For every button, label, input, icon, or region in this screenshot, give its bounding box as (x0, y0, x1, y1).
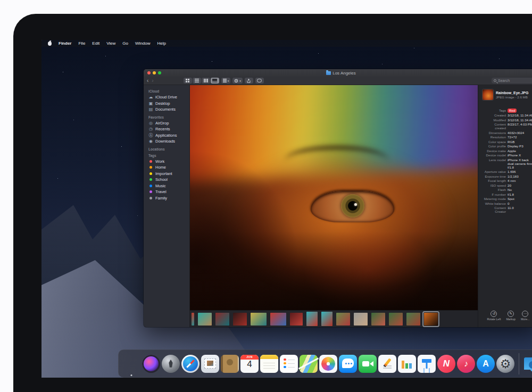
photo-thumbnail[interactable] (290, 313, 303, 326)
metadata-table: Tags Red Created 3/12/18, 11:34 AM Modif… (483, 109, 532, 213)
photo-thumbnail[interactable] (198, 313, 212, 326)
sidebar-item[interactable]: ◷ Recents (148, 126, 189, 132)
dock-app-icon[interactable] (359, 355, 377, 373)
quick-action-button[interactable]: ⋯ More... (521, 311, 529, 326)
menu-bar-item[interactable]: Edit (92, 41, 99, 46)
dock-app-icon[interactable] (378, 355, 396, 373)
sidebar-item[interactable]: ◉ Downloads (148, 138, 189, 145)
dock: JUN 4 (118, 349, 532, 378)
menu-bar-item[interactable]: File (78, 41, 85, 46)
column-view-button[interactable] (202, 78, 210, 84)
sidebar-item[interactable]: ☁ iCloud Drive (148, 94, 189, 101)
dock-app-icon[interactable] (201, 355, 219, 373)
sidebar-item-label: iCloud Drive (155, 95, 177, 99)
group-button[interactable]: ▾ (221, 78, 231, 84)
metadata-value: 0 (508, 202, 532, 205)
sidebar-tag-item[interactable]: Important (148, 171, 189, 177)
sidebar-item-icon: Ⓐ (148, 132, 153, 138)
sidebar-tag-item[interactable]: Music (148, 183, 189, 189)
sidebar-tag-item[interactable]: Travel (148, 189, 189, 195)
photo-thumbnail[interactable] (215, 313, 229, 326)
sidebar-item-label: Recents (155, 127, 170, 131)
sidebar-tag-item[interactable]: Work (148, 159, 189, 165)
photo-thumbnail[interactable] (251, 313, 267, 326)
photo-thumbnail[interactable] (270, 313, 286, 326)
window-titlebar[interactable]: Los Angeles (144, 69, 532, 77)
dock-app-icon[interactable]: JUN 4 (240, 355, 259, 373)
chevron-down-icon: ▾ (228, 79, 229, 82)
metadata-value: 1.696 (508, 170, 532, 173)
dock-app-icon[interactable] (162, 355, 180, 373)
gallery-view-button[interactable] (211, 78, 219, 84)
tag-button[interactable] (255, 78, 264, 84)
back-button[interactable]: ‹ (147, 78, 148, 84)
dock-app-icon[interactable] (398, 355, 416, 373)
menu-bar-item[interactable]: Window (135, 41, 150, 46)
search-input[interactable] (498, 79, 532, 82)
dock-app-icon[interactable] (477, 355, 495, 373)
photo-thumbnail[interactable] (306, 312, 318, 326)
sidebar-item[interactable]: ▤ Documents (148, 106, 189, 113)
photo-thumbnail[interactable] (406, 313, 420, 326)
dock-app-icon[interactable] (457, 355, 475, 373)
dock-app-icon[interactable] (280, 355, 298, 373)
dock-app-icon[interactable] (339, 355, 357, 373)
sidebar-item[interactable]: ◎ AirDrop (148, 120, 189, 127)
finder-sidebar: iCloud ☁ iCloud Drive ▣ Desktop (144, 85, 190, 327)
metadata-label: Dimensions (483, 131, 506, 135)
dock-app-icon[interactable] (260, 355, 278, 373)
sidebar-item-label: Downloads (155, 139, 175, 144)
metadata-row: Created 3/12/18, 11:34 AM (483, 113, 532, 117)
tag-color-dot (149, 197, 152, 199)
search-field[interactable] (492, 78, 532, 84)
dock-app-icon[interactable] (523, 355, 532, 373)
icon-view-button[interactable] (184, 78, 192, 84)
metadata-value: 3/12/18, 11:34 AM (508, 118, 532, 122)
photo-preview[interactable] (190, 85, 478, 310)
metadata-value: f/1.8 (508, 193, 532, 196)
sidebar-tag-label: Music (155, 184, 166, 188)
list-view-button[interactable] (193, 78, 201, 84)
dock-app-icon[interactable] (142, 355, 160, 373)
quick-action-button[interactable]: ✎ Markup (506, 311, 516, 326)
metadata-label: Color profile (483, 144, 506, 148)
dock-app-icon[interactable] (319, 355, 337, 373)
photo-shadow (190, 85, 478, 310)
menu-bar-item[interactable]: Finder (59, 41, 71, 46)
metadata-value: No (508, 188, 532, 191)
dock-app-icon[interactable] (300, 355, 318, 373)
metadata-label: White balance (483, 202, 506, 205)
apple-menu-icon[interactable] (48, 41, 52, 46)
photo-thumbnail[interactable] (233, 313, 247, 326)
sidebar-tag-item[interactable]: Family (148, 195, 189, 202)
dock-app-icon[interactable] (496, 355, 514, 373)
quick-action-icon: ↺ (491, 311, 497, 317)
menu-bar-item[interactable]: View (106, 41, 115, 46)
sidebar-item[interactable]: Ⓐ Applications (148, 132, 189, 139)
dock-app-icon[interactable] (122, 355, 140, 373)
dock-app-icon[interactable] (221, 355, 239, 373)
dock-app-icon[interactable] (437, 355, 455, 373)
sidebar-item[interactable]: ▣ Desktop (148, 101, 189, 107)
dock-app-icon[interactable] (181, 355, 200, 373)
action-menu-button[interactable]: ▾ (232, 78, 243, 84)
preview-info-panel: Rainbow_Eye.JPG JPEG image - 2.6 MB Tags… (478, 85, 532, 327)
forward-button[interactable]: › (152, 78, 153, 84)
photo-thumbnail[interactable] (354, 313, 368, 326)
file-preview-thumbnail (483, 89, 493, 100)
menu-bar-item[interactable]: Help (157, 41, 165, 46)
sidebar-item-icon: ◎ (148, 121, 153, 126)
share-button[interactable] (245, 78, 253, 84)
photo-thumbnail[interactable] (389, 313, 403, 326)
photo-thumbnail[interactable] (321, 312, 332, 326)
photo-thumbnail[interactable] (371, 313, 385, 326)
sidebar-tag-item[interactable]: Home (148, 164, 189, 171)
photo-thumbnail[interactable] (192, 313, 194, 326)
quick-action-button[interactable]: ↺ Rotate Left (487, 311, 501, 326)
thumbnail-strip[interactable] (190, 310, 478, 327)
photo-thumbnail[interactable] (336, 313, 350, 326)
menu-bar-item[interactable]: Go (122, 41, 128, 46)
sidebar-tag-item[interactable]: School (148, 177, 189, 183)
photo-thumbnail[interactable] (424, 313, 438, 326)
dock-app-icon[interactable] (418, 355, 436, 373)
